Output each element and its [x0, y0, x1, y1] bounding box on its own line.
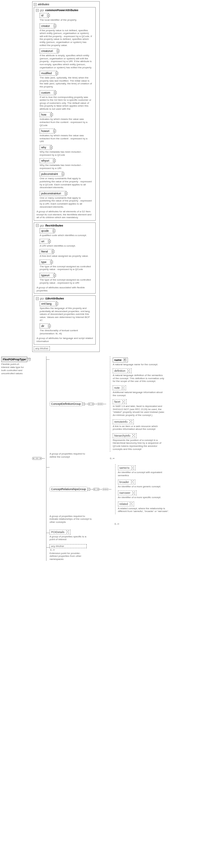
expand-icon[interactable]: −	[87, 488, 90, 491]
element-broader[interactable]: broader+	[118, 479, 135, 485]
plus-icon[interactable]: +	[65, 192, 68, 195]
plus-icon[interactable]: +	[124, 359, 126, 361]
attribute-name[interactable]: how+	[40, 112, 52, 117]
attribute-item: custom+If set to true the corresponding …	[40, 90, 92, 111]
plus-icon[interactable]: +	[66, 531, 69, 533]
element-node: hierarchyInfo+Represents the position of…	[113, 433, 165, 451]
plus-icon[interactable]: +	[122, 400, 125, 403]
attribute-name[interactable]: creator+	[40, 24, 55, 28]
choice-compositor[interactable]	[103, 488, 108, 491]
attribute-name[interactable]: pubconstraint+	[40, 172, 63, 177]
plus-icon[interactable]: +	[54, 91, 57, 94]
plus-icon[interactable]: +	[57, 50, 59, 53]
group-commonPowerAttributes: − grp commonPowerAttributes id+The local…	[34, 7, 96, 221]
choice-compositor[interactable]	[97, 403, 103, 405]
plus-icon[interactable]: +	[53, 130, 56, 132]
attribute-item: literal+A free-text value assigned as pr…	[40, 249, 92, 258]
attribute-name[interactable]: creatoruri+	[40, 49, 58, 54]
plus-icon[interactable]: +	[131, 480, 134, 483]
attribute-item: whyuri+Why the metadata has been include…	[40, 158, 92, 169]
group-i18nAttributes: − grp i18nAttributes xml:lang+Specifies …	[34, 296, 96, 344]
plus-icon[interactable]: +	[131, 467, 134, 469]
plus-icon[interactable]: +	[55, 303, 58, 305]
attribute-name[interactable]: dir+	[40, 323, 50, 329]
plus-icon[interactable]: +	[53, 274, 56, 277]
group-flexAttributes: − grp flexAttributes qcode+A qualified c…	[34, 222, 96, 293]
attribute-name[interactable]: why+	[40, 145, 51, 150]
attribute-doc: If the property value is not defined, sp…	[40, 29, 92, 47]
attribute-item: pubconstraint+One or many constraints th…	[40, 172, 92, 189]
attribute-name[interactable]: howuri+	[40, 128, 55, 133]
any-other-attr: any ##other	[34, 346, 50, 350]
element-remoteInfo[interactable]: remoteInfo+	[113, 419, 134, 424]
plus-icon[interactable]: +	[50, 146, 53, 149]
element-doc: In NAR 1.8 and later, facet is deprecate…	[113, 405, 165, 416]
attribute-doc: If the attribute is empty, specifies whi…	[40, 54, 92, 69]
attribute-name[interactable]: modified+	[40, 71, 57, 76]
element-doc: An identifier of a more specific concept…	[118, 496, 171, 499]
collapse-icon[interactable]: −	[36, 297, 39, 300]
attribute-doc: One or many constraints that apply to pu…	[40, 196, 92, 208]
attribute-name[interactable]: pubconstrainturi+	[40, 191, 66, 196]
collapse-icon[interactable]: −	[36, 9, 39, 12]
attribute-item: type+The type of the concept assigned as…	[40, 259, 92, 271]
element-facet[interactable]: facet+	[113, 399, 127, 404]
attribute-name[interactable]: type+	[40, 259, 52, 265]
plus-icon[interactable]: +	[132, 434, 135, 437]
plus-icon[interactable]: +	[50, 260, 53, 263]
attribute-item: howuri+Indicates by which means the valu…	[40, 128, 92, 143]
sequence-compositor[interactable]	[93, 488, 99, 491]
plus-icon[interactable]: +	[127, 370, 130, 372]
attribute-item: id+The local identifier of the property.	[40, 13, 92, 22]
sequence-compositor[interactable]	[32, 457, 42, 460]
attribute-name[interactable]: uri+	[40, 239, 50, 244]
plus-icon[interactable]: +	[132, 492, 135, 494]
group-concept-definition[interactable]: ConceptDefinitionGroup	[50, 401, 82, 406]
plus-icon[interactable]: +	[48, 240, 51, 243]
plus-icon[interactable]: +	[52, 250, 54, 253]
root-type-node[interactable]: FlexPOIPropType −	[1, 356, 30, 362]
plus-icon[interactable]: +	[54, 24, 56, 27]
plus-icon[interactable]: +	[48, 325, 51, 328]
sequence-compositor[interactable]	[88, 403, 94, 405]
plus-icon[interactable]: +	[47, 14, 50, 17]
attribute-name[interactable]: literal+	[40, 249, 53, 254]
element-narrower[interactable]: narrower+	[118, 490, 137, 495]
attribute-name[interactable]: qcode+	[40, 228, 54, 233]
plus-icon[interactable]: +	[129, 420, 132, 423]
plus-icon[interactable]: +	[55, 72, 58, 75]
plus-icon[interactable]: +	[61, 173, 64, 176]
any-other-doc: Extension point for provider-defined pro…	[50, 552, 87, 561]
attribute-name[interactable]: xml:lang+	[40, 301, 57, 306]
attribute-name[interactable]: id+	[40, 13, 49, 18]
any-other-element: any ##other	[50, 544, 87, 548]
element-doc: A natural language definition of the sem…	[113, 374, 165, 383]
element-note[interactable]: note+	[113, 385, 126, 390]
collapse-icon[interactable]: −	[36, 224, 39, 227]
attribute-name[interactable]: custom+	[40, 90, 55, 95]
plus-icon[interactable]: +	[122, 386, 125, 389]
plus-icon[interactable]: +	[130, 502, 132, 505]
expand-icon[interactable]: −	[27, 358, 30, 361]
attribute-doc: Indicates by which means the value was e…	[40, 118, 92, 127]
element-sameAs[interactable]: sameAs+	[118, 465, 136, 470]
attribute-doc: The date (and, optionally, the time) whe…	[40, 76, 92, 88]
plus-icon[interactable]: +	[50, 114, 53, 116]
element-doc: A related concept, where the relationshi…	[118, 507, 171, 513]
element-related[interactable]: related+	[118, 501, 134, 506]
element-node: remoteInfo+A link to an item or a web re…	[113, 419, 165, 431]
element-name[interactable]: name+	[113, 358, 128, 363]
attributes-label: attributes	[38, 3, 49, 6]
collapse-icon[interactable]: −	[34, 3, 36, 6]
attribute-name[interactable]: typeuri+	[40, 273, 55, 278]
attribute-item: creator+If the property value is not def…	[40, 24, 92, 47]
element-hierarchyInfo[interactable]: hierarchyInfo+	[113, 433, 136, 438]
attribute-name[interactable]: whyuri+	[40, 158, 54, 163]
attribute-item: modified+The date (and, optionally, the …	[40, 71, 92, 88]
expand-icon[interactable]: −	[82, 403, 85, 405]
plus-icon[interactable]: +	[53, 159, 56, 162]
plus-icon[interactable]: +	[53, 229, 55, 232]
element-definition[interactable]: definition+	[113, 368, 132, 373]
group-concept-relationships[interactable]: ConceptRelationshipsGroup	[50, 487, 88, 492]
poi-details-node[interactable]: POIDetails +	[50, 530, 71, 535]
